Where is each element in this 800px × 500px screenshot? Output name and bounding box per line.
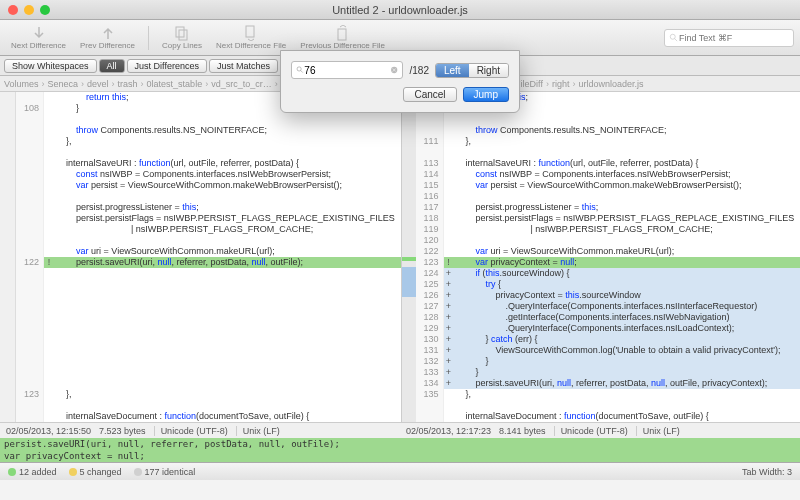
code-line[interactable]: 120: [416, 235, 801, 246]
side-segmented[interactable]: Left Right: [435, 63, 509, 78]
svg-rect-0: [176, 27, 184, 37]
code-line[interactable]: [16, 400, 401, 411]
code-line[interactable]: [16, 268, 401, 279]
search-icon: [296, 65, 304, 75]
code-line[interactable]: [416, 400, 801, 411]
show-whitespaces-button[interactable]: Show Whitespaces: [4, 59, 97, 73]
summary-line[interactable]: var privacyContext = null;: [0, 450, 800, 462]
code-line[interactable]: [16, 147, 401, 158]
code-line[interactable]: const nsIWBP = Components.interfaces.nsI…: [16, 169, 401, 180]
code-line[interactable]: var uri = ViewSourceWithCommon.makeURL(u…: [16, 246, 401, 257]
jump-button[interactable]: Jump: [463, 87, 509, 102]
right-date: 02/05/2013, 12:17:23: [406, 426, 491, 436]
copy-lines-button[interactable]: Copy Lines: [157, 25, 207, 50]
code-line[interactable]: 132+ }: [416, 356, 801, 367]
next-difference-button[interactable]: Next Difference: [6, 25, 71, 50]
copy-icon: [174, 25, 190, 41]
total-lines: /182: [409, 65, 428, 76]
titlebar: Untitled 2 - urldownloader.js: [0, 0, 800, 20]
left-line-ending[interactable]: Unix (LF): [236, 426, 280, 436]
code-line[interactable]: 131+ ViewSourceWithCommon.log('Unable to…: [416, 345, 801, 356]
code-line[interactable]: throw Components.results.NS_NOINTERFACE;: [416, 125, 801, 136]
code-line[interactable]: 113 internalSaveURI : function(url, outF…: [416, 158, 801, 169]
code-line[interactable]: [16, 279, 401, 290]
seg-right[interactable]: Right: [469, 64, 508, 77]
svg-rect-2: [246, 26, 254, 37]
code-line[interactable]: 116: [416, 191, 801, 202]
code-line[interactable]: [16, 235, 401, 246]
code-line[interactable]: internalSaveDocument : function(document…: [416, 411, 801, 422]
toolbar-search[interactable]: [664, 29, 794, 47]
code-line[interactable]: [16, 114, 401, 125]
code-line[interactable]: [16, 191, 401, 202]
code-line[interactable]: 129+ .QueryInterface(Components.interfac…: [416, 323, 801, 334]
code-line[interactable]: 111 },: [416, 136, 801, 147]
clear-icon[interactable]: [390, 65, 398, 75]
code-line[interactable]: 123! var privacyContext = null;: [416, 257, 801, 268]
code-line[interactable]: persist.persistFlags = nsIWBP.PERSIST_FL…: [16, 213, 401, 224]
changed-count: 5 changed: [69, 467, 122, 477]
goto-line-input[interactable]: [304, 65, 390, 76]
next-diff-file-button[interactable]: Next Difference File: [211, 25, 291, 50]
code-line[interactable]: internalSaveDocument : function(document…: [16, 411, 401, 422]
summary-line[interactable]: persist.saveURI(uri, null, referrer, pos…: [0, 438, 800, 450]
goto-line-dialog: /182 Left Right Cancel Jump: [280, 50, 520, 113]
left-pane[interactable]: return this;108 } throw Components.resul…: [16, 92, 402, 422]
summary-panel[interactable]: persist.saveURI(uri, null, referrer, pos…: [0, 438, 800, 462]
cancel-button[interactable]: Cancel: [403, 87, 456, 102]
code-line[interactable]: 123 },: [16, 389, 401, 400]
prev-diff-file-button[interactable]: Previous Difference File: [295, 25, 390, 50]
left-encoding[interactable]: Unicode (UTF-8): [154, 426, 228, 436]
code-line[interactable]: [16, 290, 401, 301]
code-line[interactable]: 117 persist.progressListener = this;: [416, 202, 801, 213]
code-line[interactable]: },: [16, 136, 401, 147]
left-bytes: 7.523 bytes: [99, 426, 146, 436]
right-encoding[interactable]: Unicode (UTF-8): [554, 426, 628, 436]
prev-difference-button[interactable]: Prev Difference: [75, 25, 140, 50]
code-line[interactable]: 118 persist.persistFlags = nsIWBP.PERSIS…: [416, 213, 801, 224]
code-line[interactable]: [16, 345, 401, 356]
code-line[interactable]: [16, 378, 401, 389]
code-line[interactable]: 119 | nsIWBP.PERSIST_FLAGS_FROM_CACHE;: [416, 224, 801, 235]
code-line[interactable]: [416, 114, 801, 125]
filter-just-match-button[interactable]: Just Matches: [209, 59, 278, 73]
seg-left[interactable]: Left: [436, 64, 469, 77]
code-line[interactable]: 126+ privacyContext = this.sourceWindow: [416, 290, 801, 301]
code-line[interactable]: | nsIWBP.PERSIST_FLAGS_FROM_CACHE;: [16, 224, 401, 235]
code-line[interactable]: 125+ try {: [416, 279, 801, 290]
file-prev-icon: [335, 25, 351, 41]
code-line[interactable]: [16, 334, 401, 345]
code-line[interactable]: [16, 312, 401, 323]
right-pane[interactable]: return this;108 } throw Components.resul…: [416, 92, 801, 422]
filter-all-button[interactable]: All: [99, 59, 125, 73]
svg-point-4: [670, 34, 675, 39]
code-line[interactable]: [16, 367, 401, 378]
code-line[interactable]: 122 var uri = ViewSourceWithCommon.makeU…: [416, 246, 801, 257]
code-line[interactable]: [16, 356, 401, 367]
tab-width[interactable]: Tab Width: 3: [742, 467, 792, 477]
code-line[interactable]: 130+ } catch (err) {: [416, 334, 801, 345]
code-line[interactable]: 128+ .getInterface(Components.interfaces…: [416, 312, 801, 323]
code-line[interactable]: 127+ .QueryInterface(Components.interfac…: [416, 301, 801, 312]
code-line[interactable]: [16, 301, 401, 312]
code-line[interactable]: throw Components.results.NS_NOINTERFACE;: [16, 125, 401, 136]
code-line[interactable]: [416, 147, 801, 158]
right-bytes: 8.141 bytes: [499, 426, 546, 436]
code-line[interactable]: 135 },: [416, 389, 801, 400]
code-line[interactable]: [16, 323, 401, 334]
code-line[interactable]: persist.progressListener = this;: [16, 202, 401, 213]
diff-view: return this;108 } throw Components.resul…: [0, 92, 800, 422]
code-line[interactable]: 134+ persist.saveURI(uri, null, referrer…: [416, 378, 801, 389]
code-line[interactable]: 124+ if (this.sourceWindow) {: [416, 268, 801, 279]
search-input[interactable]: [679, 33, 779, 43]
code-line[interactable]: 115 var persist = ViewSourceWithCommon.m…: [416, 180, 801, 191]
overview-strip[interactable]: [402, 92, 416, 422]
code-line[interactable]: 114 const nsIWBP = Components.interfaces…: [416, 169, 801, 180]
filter-just-diff-button[interactable]: Just Differences: [127, 59, 207, 73]
code-line[interactable]: var persist = ViewSourceWithCommon.makeW…: [16, 180, 401, 191]
code-line[interactable]: 133+ }: [416, 367, 801, 378]
arrow-up-icon: [100, 25, 116, 41]
right-line-ending[interactable]: Unix (LF): [636, 426, 680, 436]
code-line[interactable]: 122! persist.saveURI(uri, null, referrer…: [16, 257, 401, 268]
code-line[interactable]: internalSaveURI : function(url, outFile,…: [16, 158, 401, 169]
